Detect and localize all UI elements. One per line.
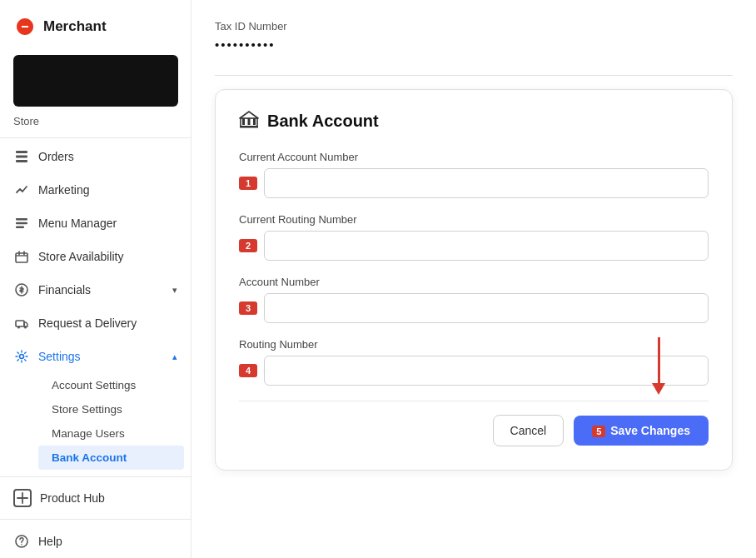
sidebar-item-help[interactable]: Help — [0, 525, 191, 558]
store-image — [13, 55, 178, 107]
bank-card-title-text: Bank Account — [267, 112, 379, 131]
sidebar-item-menu-manager[interactable]: Menu Manager — [0, 207, 191, 240]
sidebar-header: Merchant — [0, 0, 191, 48]
sidebar-item-marketing[interactable]: Marketing — [0, 173, 191, 207]
sidebar-financials-label: Financials — [38, 283, 91, 296]
store-availability-icon — [13, 248, 30, 265]
current-account-label: Current Account Number — [239, 151, 709, 163]
sidebar-item-request-delivery[interactable]: Request a Delivery — [0, 306, 191, 340]
marketing-icon — [13, 182, 30, 198]
sidebar-settings-label: Settings — [38, 350, 81, 363]
brand-name: Merchant — [43, 18, 107, 35]
subnav-store-settings[interactable]: Store Settings — [38, 397, 191, 421]
sidebar-store-label: Store Availability — [38, 250, 123, 263]
current-routing-label: Current Routing Number — [239, 213, 709, 226]
svg-rect-5 — [16, 227, 24, 229]
step-badge-1: 1 — [239, 177, 257, 190]
tax-id-label: Tax ID Number — [215, 20, 733, 32]
account-number-label: Account Number — [239, 276, 709, 288]
svg-point-13 — [21, 544, 22, 546]
svg-rect-4 — [16, 222, 27, 225]
sidebar-help-label: Help — [38, 535, 62, 548]
product-hub-label: Product Hub — [40, 491, 105, 505]
routing-number-label: Routing Number — [239, 338, 709, 351]
product-hub-section[interactable]: Product Hub — [0, 479, 191, 517]
form-group-current-routing: Current Routing Number 2 — [239, 213, 709, 261]
save-changes-label: Save Changes — [610, 424, 690, 437]
account-number-input[interactable] — [264, 293, 709, 323]
sidebar-item-settings[interactable]: Settings ▴ — [0, 340, 191, 373]
routing-number-input[interactable] — [264, 356, 709, 386]
current-routing-number-input[interactable] — [264, 231, 709, 261]
settings-subnav: Account Settings Store Settings Manage U… — [0, 373, 191, 470]
sidebar-item-orders[interactable]: Orders — [0, 140, 191, 173]
menu-manager-icon — [13, 215, 30, 232]
store-label: Store — [0, 110, 191, 136]
current-account-input-row: 1 — [239, 168, 709, 198]
subnav-manage-users[interactable]: Manage Users — [38, 421, 191, 446]
svg-rect-17 — [253, 118, 256, 125]
settings-chevron-icon: ▴ — [172, 351, 177, 362]
arrow-indicator — [652, 337, 665, 395]
svg-rect-16 — [248, 118, 251, 125]
current-routing-input-row: 2 — [239, 231, 709, 261]
svg-rect-8 — [16, 321, 24, 326]
cancel-button[interactable]: Cancel — [493, 415, 565, 446]
form-group-current-account: Current Account Number 1 — [239, 151, 709, 198]
form-group-routing-number: Routing Number 4 — [239, 338, 709, 386]
delivery-icon — [13, 315, 30, 331]
svg-rect-6 — [16, 253, 27, 262]
svg-point-10 — [24, 326, 27, 329]
doordash-logo-icon — [13, 15, 37, 38]
account-number-input-row: 3 — [239, 293, 709, 323]
sidebar-divider-3 — [0, 519, 191, 520]
form-group-account-number: Account Number 3 — [239, 276, 709, 323]
step-badge-4: 4 — [239, 364, 257, 377]
svg-point-9 — [17, 326, 20, 329]
financials-chevron-icon: ▾ — [172, 285, 177, 296]
orders-icon — [13, 148, 30, 165]
bank-card-title: Bank Account — [239, 110, 709, 132]
product-hub-icon — [13, 489, 32, 507]
subnav-bank-account[interactable]: Bank Account — [38, 446, 184, 470]
help-icon — [13, 533, 30, 550]
svg-rect-15 — [242, 118, 245, 125]
step-badge-3: 3 — [239, 301, 257, 315]
tax-id-value: •••••••••• — [215, 37, 733, 52]
arrow-head-icon — [652, 383, 665, 395]
sidebar-marketing-label: Marketing — [38, 183, 89, 197]
financials-icon — [13, 281, 30, 298]
sidebar-orders-label: Orders — [38, 150, 74, 163]
svg-rect-2 — [16, 160, 27, 162]
svg-rect-18 — [240, 126, 258, 128]
svg-rect-3 — [16, 218, 27, 221]
sidebar-divider-2 — [0, 476, 191, 477]
subnav-account-settings[interactable]: Account Settings — [38, 373, 191, 397]
current-account-number-input[interactable] — [264, 168, 709, 198]
svg-rect-1 — [16, 156, 27, 158]
bank-account-card: Bank Account Current Account Number 1 Cu… — [215, 89, 733, 471]
sidebar-item-financials[interactable]: Financials ▾ — [0, 273, 191, 306]
settings-icon — [13, 348, 30, 365]
sidebar-menu-label: Menu Manager — [38, 217, 117, 230]
bank-building-icon — [239, 110, 259, 132]
sidebar: Merchant Store Orders Marketing Menu Man… — [0, 0, 191, 558]
arrow-line — [658, 337, 660, 383]
sidebar-item-store-availability[interactable]: Store Availability — [0, 240, 191, 273]
sidebar-divider — [0, 137, 191, 138]
tax-section: Tax ID Number •••••••••• — [215, 20, 733, 52]
sidebar-delivery-label: Request a Delivery — [38, 316, 137, 330]
section-divider — [215, 75, 733, 76]
save-changes-button[interactable]: 5Save Changes — [574, 416, 709, 446]
step-badge-2: 2 — [239, 239, 257, 252]
svg-point-11 — [20, 355, 24, 359]
card-footer: Cancel 5Save Changes — [239, 401, 709, 446]
main-content: Tax ID Number •••••••••• Bank Account Cu… — [191, 0, 756, 558]
save-step-badge: 5 — [592, 426, 605, 437]
svg-rect-0 — [16, 151, 27, 153]
routing-number-input-row: 4 — [239, 356, 709, 386]
